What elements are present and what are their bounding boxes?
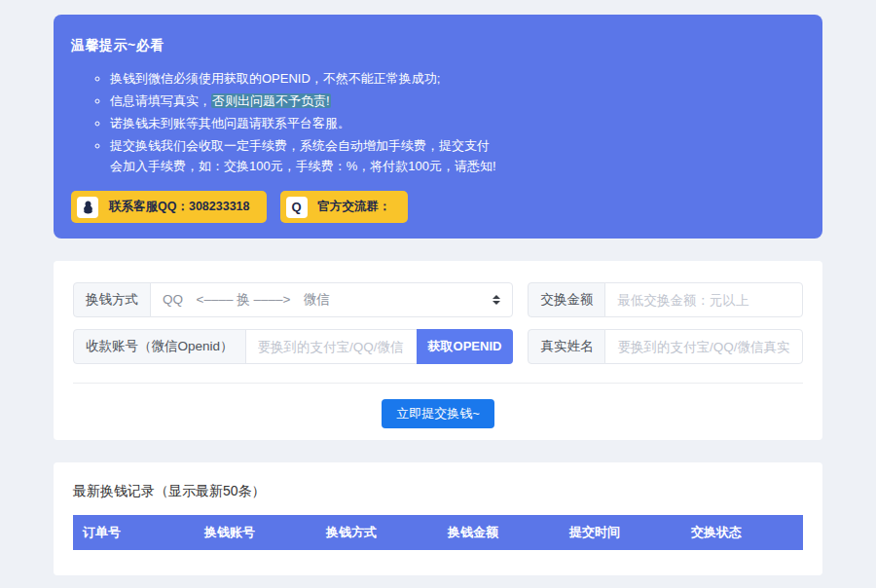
col-exchange-status: 交换状态 — [681, 524, 803, 541]
amount-field-group: 交换金额 — [528, 282, 803, 317]
name-label: 真实姓名 — [528, 329, 605, 364]
col-order-id: 订单号 — [73, 524, 195, 541]
notice-item-3-text: 诺换钱未到账等其他问题请联系平台客服。 — [110, 116, 350, 130]
official-group-button-label: 官方交流群： — [318, 199, 391, 215]
notice-item-1-text: 换钱到微信必须使用获取的OPENID，不然不能正常换成功; — [110, 71, 440, 86]
records-table-header: 订单号 换钱账号 换钱方式 换钱金额 提交时间 交换状态 — [73, 515, 803, 550]
records-card: 最新换钱记录（显示最新50条） 订单号 换钱账号 换钱方式 换钱金额 提交时间 … — [54, 462, 822, 575]
notice-banner: 温馨提示~必看 换钱到微信必须使用获取的OPENID，不然不能正常换成功; 信息… — [54, 15, 822, 239]
account-label: 收款账号（微信Openid） — [73, 329, 246, 364]
contact-qq-button[interactable]: 联系客服QQ：308233318 — [71, 191, 267, 223]
get-openid-button[interactable]: 获取OPENID — [417, 329, 514, 364]
exchange-form-card: 换钱方式 QQ <–––– 换 ––––> 微信 交换金额 收款账号（微信Ope… — [54, 261, 822, 440]
notice-item-4-text: 提交换钱我们会收取一定手续费，系统会自动增加手续费，提交支付会加入手续费，如：交… — [110, 138, 496, 173]
method-label: 换钱方式 — [73, 282, 151, 317]
notice-item-1: 换钱到微信必须使用获取的OPENID，不然不能正常换成功; — [110, 68, 497, 89]
notice-item-4: 提交换钱我们会收取一定手续费，系统会自动增加手续费，提交支付会加入手续费，如：交… — [110, 135, 497, 176]
method-select[interactable]: QQ <–––– 换 ––––> 微信 — [150, 282, 513, 317]
method-select-value: QQ <–––– 换 ––––> 微信 — [163, 291, 330, 309]
exchange-form-grid: 换钱方式 QQ <–––– 换 ––––> 微信 交换金额 收款账号（微信Ope… — [73, 282, 803, 364]
name-field-group: 真实姓名 — [528, 329, 803, 364]
amount-label: 交换金额 — [528, 282, 605, 317]
account-input[interactable] — [245, 329, 418, 364]
col-exchange-method: 换钱方式 — [316, 524, 438, 541]
notice-title: 温馨提示~必看 — [71, 37, 805, 55]
name-input[interactable] — [604, 329, 803, 364]
method-field-group: 换钱方式 QQ <–––– 换 ––––> 微信 — [73, 282, 513, 317]
account-field-group: 收款账号（微信Openid） 获取OPENID — [73, 329, 513, 364]
records-table-body — [73, 550, 803, 570]
notice-list: 换钱到微信必须使用获取的OPENID，不然不能正常换成功; 信息请填写真实，否则… — [71, 68, 499, 176]
official-group-button[interactable]: Q 官方交流群： — [280, 191, 408, 223]
submit-row: 立即提交换钱~ — [73, 399, 803, 428]
notice-item-2-text: 信息请填写真实， — [110, 93, 211, 108]
contact-qq-button-label: 联系客服QQ：308233318 — [109, 199, 250, 215]
form-divider — [73, 383, 803, 384]
notice-item-3: 诺换钱未到账等其他问题请联系平台客服。 — [110, 113, 497, 133]
page: 温馨提示~必看 换钱到微信必须使用获取的OPENID，不然不能正常换成功; 信息… — [0, 0, 876, 588]
q-letter-icon: Q — [286, 197, 308, 218]
notice-item-2-highlight: 否则出问题不予负责! — [211, 93, 331, 108]
updown-arrow-icon — [493, 295, 500, 305]
notice-item-2: 信息请填写真实，否则出问题不予负责! — [110, 91, 497, 111]
qq-penguin-icon — [77, 197, 98, 218]
col-exchange-amount: 换钱金额 — [438, 524, 560, 541]
col-exchange-account: 换钱账号 — [195, 524, 316, 541]
col-submit-time: 提交时间 — [560, 524, 681, 541]
amount-input[interactable] — [604, 282, 803, 317]
submit-exchange-button[interactable]: 立即提交换钱~ — [382, 399, 494, 428]
notice-buttons-row: 联系客服QQ：308233318 Q 官方交流群： — [71, 191, 805, 223]
records-title: 最新换钱记录（显示最新50条） — [73, 483, 803, 500]
